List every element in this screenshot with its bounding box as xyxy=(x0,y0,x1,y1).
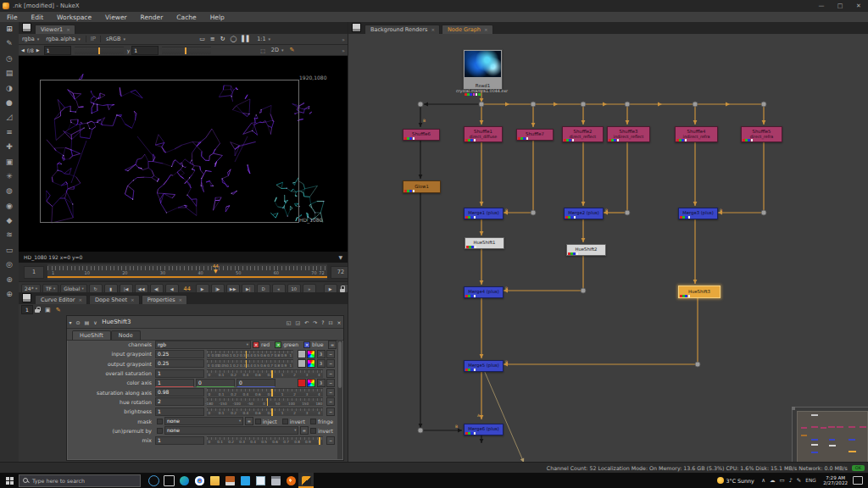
keyer-icon[interactable]: ◿ xyxy=(2,110,17,125)
monitor-out-icon[interactable]: ▭ xyxy=(197,36,208,42)
metadata-icon[interactable]: ◆ xyxy=(2,214,17,228)
web-icon[interactable]: ⊕ xyxy=(2,287,17,302)
input-graypoint-slider[interactable]: 00.010.050.10.20.30.40.50.60.70.80.91 xyxy=(207,350,293,358)
minimize-button[interactable]: — xyxy=(812,3,831,9)
lut-dropdown[interactable]: sRGB xyxy=(103,36,129,42)
multi-value-button[interactable]: 3 xyxy=(317,359,326,368)
other-icon[interactable]: ▭ xyxy=(2,243,17,258)
window-icon[interactable]: ⊡ xyxy=(328,319,332,325)
node-shuffle3[interactable]: Shuffle3indirect_reflect xyxy=(607,126,650,142)
curve-button[interactable]: ~ xyxy=(326,408,335,416)
range-start-field[interactable]: 1 xyxy=(24,266,44,279)
input-process-toggle[interactable]: IP xyxy=(88,36,98,42)
ocio-icon[interactable]: ◎ xyxy=(2,258,17,272)
collapse-icon[interactable]: ▾ xyxy=(70,319,72,325)
mask-dropdown[interactable]: none xyxy=(164,417,243,425)
3d-icon[interactable]: ▣ xyxy=(2,155,17,169)
saturation-along-axis-field[interactable]: 0.98 xyxy=(155,388,204,396)
zoom-dropdown[interactable]: 1:1 xyxy=(253,36,274,42)
curve-button[interactable]: ~ xyxy=(326,359,335,368)
transform-icon[interactable]: ✚ xyxy=(2,140,17,154)
node-merge3-plus[interactable]: Merge3 (plus) xyxy=(678,208,718,219)
node-graph-minimap[interactable] xyxy=(792,407,868,462)
output-graypoint-field[interactable]: 0.25 xyxy=(155,359,204,368)
color-swatch-button[interactable] xyxy=(298,379,306,387)
node-shuffle1[interactable]: Shuffle1direct_diffuse xyxy=(464,126,503,142)
layer-dropdown[interactable]: rgba.alpha xyxy=(42,36,83,42)
start-button[interactable] xyxy=(0,473,19,488)
node-hueshift3[interactable]: HueShift3 xyxy=(678,286,721,298)
chevron-up-icon[interactable]: ∧ xyxy=(761,477,765,484)
close-icon[interactable]: × xyxy=(66,27,70,32)
tab-properties[interactable]: Properties× xyxy=(142,295,187,304)
node-shuffle7[interactable]: Shuffle7 xyxy=(516,129,554,141)
taskbar-app-printer[interactable] xyxy=(268,473,283,488)
close-button[interactable]: ✕ xyxy=(849,3,868,9)
taskbar-clock[interactable]: 7:29 AM 2/27/2022 xyxy=(823,475,848,486)
timeline-ruler[interactable]: 44▼ 11020304050607072 xyxy=(47,264,327,280)
color-swatch-button[interactable] xyxy=(298,350,306,358)
panel-menu-icon[interactable] xyxy=(352,23,361,32)
node-read1[interactable]: Read1 xyxy=(463,49,503,90)
panel-stack-count[interactable]: 1 xyxy=(21,305,33,314)
brightness-field[interactable]: 1 xyxy=(155,408,204,416)
un-premult-by-dropdown[interactable]: none xyxy=(164,426,298,435)
color-axis-field-2[interactable]: 0 xyxy=(236,379,275,387)
color-axis-field-0[interactable]: 1 xyxy=(155,379,194,387)
menu-edit[interactable]: Edit xyxy=(25,14,51,21)
taskbar-app-mail[interactable] xyxy=(253,473,268,488)
gamma-slider[interactable] xyxy=(162,47,211,54)
node-hueshift1[interactable]: HueShift1 xyxy=(465,237,504,249)
close-icon[interactable]: × xyxy=(431,27,435,32)
node-shuffle6[interactable]: Shuffle6 xyxy=(403,129,440,141)
channel-checkbox-blue[interactable]: ✕ xyxy=(303,341,310,348)
node-graph-canvas[interactable]: Read1crystal.mantra1.0044.exrShuffle6Shu… xyxy=(348,34,868,462)
node-shuffle4[interactable]: Shuffle4indirect_refra xyxy=(675,126,718,142)
time-icon[interactable]: ◷ xyxy=(2,52,17,66)
tab-curve-editor[interactable]: Curve Editor× xyxy=(35,295,87,304)
panel-menu-icon[interactable] xyxy=(22,293,31,302)
gain-slider[interactable] xyxy=(75,47,124,54)
close-icon[interactable]: × xyxy=(78,297,82,302)
scrollbar[interactable] xyxy=(337,340,342,459)
tab-hueshift[interactable]: HueShift xyxy=(72,330,111,340)
curve-button[interactable]: ~ xyxy=(326,350,335,358)
hue-rotation-slider[interactable]: -180-150-100-50050100150180 xyxy=(207,397,323,406)
link-button[interactable]: = xyxy=(245,417,253,425)
playhead[interactable]: 44▼ xyxy=(213,263,219,274)
curve-button[interactable]: ~ xyxy=(326,369,335,378)
expand-icon[interactable]: ◲ xyxy=(296,319,301,325)
color-wheel-button[interactable] xyxy=(307,379,315,387)
taskbar-app-edge[interactable] xyxy=(176,473,192,488)
help-icon[interactable]: ? xyxy=(321,319,324,325)
tab-dope-sheet[interactable]: Dope Sheet× xyxy=(89,295,140,304)
invert-checkbox[interactable] xyxy=(310,428,316,434)
pencil-icon[interactable]: ✎ xyxy=(56,307,61,313)
output-graypoint-slider[interactable]: 00.010.050.10.20.30.40.50.60.70.80.91 xyxy=(207,359,293,368)
channel-checkbox-green[interactable]: ✕ xyxy=(275,341,281,348)
overflow-chevron[interactable]: » xyxy=(342,36,345,42)
invert-checkbox[interactable] xyxy=(282,419,288,424)
node-merge6-plus[interactable]: Merge6 (plus) xyxy=(464,424,504,435)
curve-button[interactable]: ~ xyxy=(326,397,335,406)
menu-viewer[interactable]: Viewer xyxy=(98,14,134,21)
node-shuffle2[interactable]: Shuffle2direct_reflect xyxy=(562,126,604,142)
toolsets-icon[interactable]: ≋ xyxy=(2,228,17,242)
roi-icon[interactable]: ◯ xyxy=(228,36,240,42)
node-merge2-plus[interactable]: Merge2 (plus) xyxy=(564,208,604,219)
printer-icon[interactable]: ▤ xyxy=(85,319,90,325)
channel-checkbox-red[interactable]: ✕ xyxy=(253,341,259,348)
volume-icon[interactable]: ♪ xyxy=(789,477,793,484)
views-icon[interactable]: ◉ xyxy=(2,199,17,214)
overall-saturation-slider[interactable]: 00.10.20.40.60.81234 xyxy=(207,369,323,378)
mix-slider[interactable]: 00.10.20.30.40.50.60.70.80.91 xyxy=(207,436,323,445)
close-icon[interactable]: × xyxy=(131,297,135,302)
pause-icon[interactable]: ▌▌ xyxy=(239,36,253,42)
curve-button[interactable]: ~ xyxy=(326,379,335,387)
draw-icon[interactable]: ✎ xyxy=(2,36,17,51)
deep-icon[interactable]: ◍ xyxy=(2,184,17,198)
color-swatch-button[interactable] xyxy=(298,359,306,368)
curve-button[interactable]: ~ xyxy=(326,388,335,396)
lock-icon[interactable] xyxy=(35,307,41,313)
fringe-checkbox[interactable] xyxy=(310,419,316,424)
